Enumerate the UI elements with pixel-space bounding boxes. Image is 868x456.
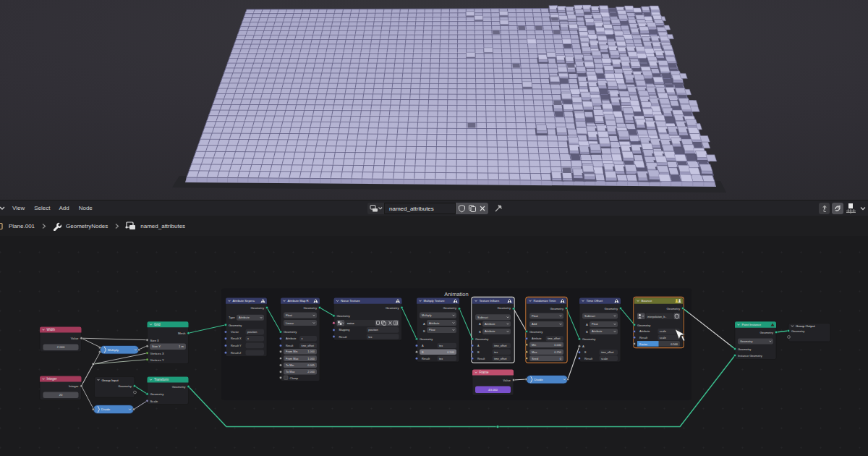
svg-text:Attribute: Attribute [639, 329, 650, 333]
svg-text:0.500: 0.500 [671, 342, 678, 346]
svg-text:Mesh: Mesh [178, 332, 186, 335]
svg-text:x: x [247, 337, 249, 340]
svg-text:Geometry: Geometry [150, 392, 165, 396]
svg-text:Attribute: Attribute [485, 322, 495, 326]
svg-text:Vertices Y: Vertices Y [150, 358, 164, 362]
svg-text:tex: tex [439, 357, 443, 360]
svg-text:Result Y: Result Y [231, 344, 242, 347]
svg-text:Float: Float [429, 328, 436, 332]
svg-text:To Max: To Max [286, 370, 295, 373]
svg-text:Result: Result [477, 358, 485, 360]
svg-text:Attribute Sepera: Attribute Sepera [233, 299, 255, 303]
svg-text:Multiply: Multiply [422, 313, 432, 317]
svg-text:Integer: Integer [47, 377, 58, 381]
svg-text:Value: Value [71, 337, 79, 340]
svg-text:Time Offset: Time Offset [587, 299, 603, 303]
svg-text:Animation: Animation [444, 291, 468, 297]
svg-text:A: A [582, 345, 584, 348]
svg-text:Attribute: Attribute [485, 329, 495, 333]
svg-text:Type: Type [229, 316, 235, 319]
svg-text:Point Instance: Point Instance [742, 323, 762, 326]
svg-text:Result Z: Result Z [231, 351, 242, 355]
svg-text:Divide: Divide [535, 378, 544, 381]
svg-text:Geometry: Geometry [475, 337, 489, 341]
svg-text:A: A [423, 322, 425, 326]
svg-text:Attribute Map R: Attribute Map R [288, 299, 309, 303]
svg-text:Geometry: Geometry [740, 339, 753, 343]
svg-text:Group Output: Group Output [796, 324, 815, 328]
svg-text:Multiply: Multiply [108, 348, 119, 352]
svg-text:Result: Result [639, 336, 648, 339]
svg-text:0.500: 0.500 [447, 350, 455, 354]
svg-text:Geometry: Geometry [605, 307, 618, 311]
svg-text:interpolation_b..: interpolation_b.. [647, 316, 666, 318]
svg-text:Group Input: Group Input [102, 379, 119, 382]
svg-text:0.250: 0.250 [554, 350, 562, 354]
svg-text:2.000: 2.000 [57, 345, 65, 349]
svg-text:Geometry: Geometry [386, 306, 399, 310]
svg-text:Frame: Frame [480, 371, 489, 374]
svg-text:Factor: Factor [639, 342, 648, 346]
svg-text:Geometry: Geometry [498, 306, 511, 310]
svg-text:Attribute: Attribute [429, 321, 440, 325]
svg-text:Geometry: Geometry [420, 337, 433, 341]
svg-text:B: B [422, 350, 424, 354]
svg-text:Randomize Timin: Randomize Timin [534, 299, 556, 303]
svg-text:43.000: 43.000 [488, 388, 498, 392]
svg-text:To Min: To Min [286, 363, 294, 367]
svg-text:20: 20 [59, 393, 63, 397]
svg-text:Subtract: Subtract [477, 316, 489, 319]
svg-text:Result: Result [339, 335, 348, 339]
svg-text:Geometry: Geometry [550, 307, 564, 311]
svg-text:Grid: Grid [154, 323, 161, 326]
svg-text:Divide: Divide [101, 408, 111, 411]
svg-text:scale: scale [601, 357, 608, 360]
svg-text:time_offset: time_offset [601, 351, 614, 354]
svg-text:From Max: From Max [286, 357, 299, 360]
svg-text:Attribute: Attribute [286, 337, 297, 340]
svg-text:B: B [477, 350, 480, 354]
svg-text:Float: Float [532, 314, 539, 318]
svg-text:Clamp: Clamp [290, 376, 299, 380]
svg-text:Scale: Scale [150, 400, 158, 403]
svg-text:Geometry: Geometry [738, 347, 752, 351]
svg-text:1.000: 1.000 [307, 350, 315, 353]
svg-text:Vector: Vector [231, 330, 239, 334]
svg-text:From Min: From Min [286, 350, 297, 353]
svg-text:Instance Geometry: Instance Geometry [738, 354, 762, 358]
svg-text:time_offset: time_offset [302, 345, 315, 347]
svg-text:Max: Max [532, 350, 537, 354]
svg-text:scale: scale [660, 329, 666, 333]
svg-text:Geometry: Geometry [172, 385, 187, 389]
svg-text:noise: noise [347, 321, 355, 325]
svg-text:Bounce: Bounce [642, 299, 652, 303]
svg-text:2.000: 2.000 [307, 370, 315, 373]
svg-text:Attribute: Attribute [592, 329, 603, 333]
svg-text:1 m: 1 m [179, 345, 184, 348]
svg-text:Geometry: Geometry [582, 337, 596, 341]
svg-text:time_offset: time_offset [494, 358, 507, 360]
svg-text:0.000: 0.000 [554, 343, 562, 347]
svg-text:position: position [368, 328, 378, 332]
svg-text:tex: tex [439, 344, 443, 347]
svg-text:Geometry: Geometry [304, 306, 318, 310]
svg-text:Float: Float [592, 322, 599, 326]
svg-text:B: B [479, 330, 481, 334]
svg-text:time_offset: time_offset [548, 337, 561, 340]
svg-text:Size Y: Size Y [152, 345, 161, 348]
svg-text:Integer: Integer [69, 384, 79, 388]
svg-text:0.005: 0.005 [307, 363, 315, 367]
svg-text:A: A [479, 322, 481, 326]
svg-text:Mapping: Mapping [339, 328, 350, 332]
svg-text:Geometry: Geometry [529, 330, 543, 334]
svg-text:Result: Result [584, 357, 593, 360]
svg-text:Geometry: Geometry [284, 330, 297, 334]
svg-text:Value: Value [503, 379, 511, 382]
svg-text:position: position [247, 330, 257, 334]
svg-text:Width: Width [47, 328, 56, 332]
svg-text:Geometry: Geometry [760, 331, 774, 334]
svg-text:1.000: 1.000 [307, 357, 315, 360]
svg-text:B: B [423, 329, 425, 333]
svg-text:Subtract: Subtract [584, 314, 596, 318]
svg-text:Geometry: Geometry [118, 384, 132, 388]
